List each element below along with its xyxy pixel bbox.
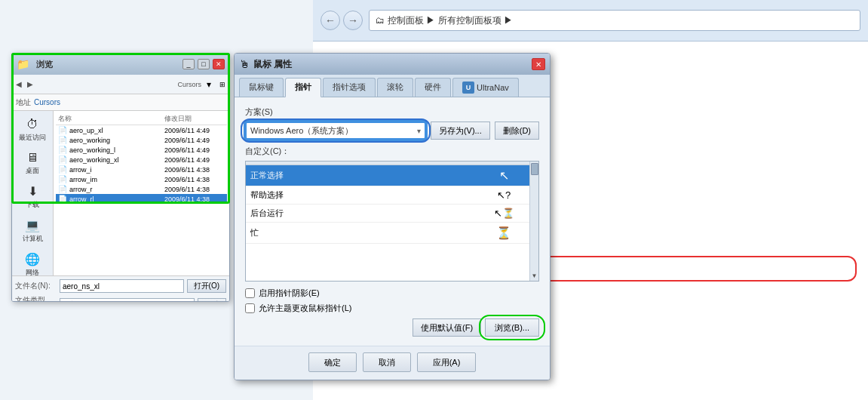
- cursor-row[interactable]: 正常选择 ↖: [246, 165, 538, 186]
- cursor-name-background: 后台运行: [250, 208, 474, 219]
- scrollbar-down-arrow[interactable]: ▼: [532, 272, 538, 279]
- tab-ultranav-label: UltraNav: [477, 83, 509, 92]
- fe-file-list: 名称 修改日期 📄aero_up_xl 2009/6/11 4:49 📄aero…: [54, 111, 229, 275]
- fe-cancel-btn[interactable]: 取消: [198, 298, 226, 303]
- shadow-label: 启用指针阴影(E): [259, 288, 320, 299]
- scheme-dropdown-wrapper: Windows Aero（系统方案） ▾: [245, 122, 426, 140]
- shadow-checkbox[interactable]: [245, 288, 255, 298]
- fe-dropdown-btn[interactable]: ▾: [207, 79, 211, 90]
- fe-address-path: Cursors: [34, 98, 60, 106]
- fe-table-header: 名称 修改日期: [56, 113, 227, 125]
- dialog-close-btn[interactable]: ✕: [532, 58, 545, 70]
- fe-sidebar-downloads[interactable]: ⬇ 下载: [15, 180, 50, 212]
- fe-filetype-row: 文件类型(T): 取消: [15, 295, 226, 302]
- list-scrollbar[interactable]: ▼: [529, 162, 538, 281]
- fe-filetype-label: 文件类型(T):: [15, 295, 57, 302]
- dialog-apply-btn[interactable]: 应用(A): [417, 352, 477, 372]
- theme-checkbox-row: 允许主题更改鼠标指针(L): [245, 303, 539, 314]
- fe-forward-btn[interactable]: ▶: [27, 80, 33, 88]
- fe-view-btn[interactable]: ⊞: [219, 81, 225, 88]
- scheme-section-label: 方案(S): [245, 106, 539, 118]
- fe-maximize-btn[interactable]: □: [198, 59, 210, 69]
- browse-btn[interactable]: 浏览(B)...: [485, 318, 539, 337]
- fe-address-bar: 地址 Cursors: [12, 94, 229, 111]
- tab-wheel[interactable]: 滚轮: [377, 78, 413, 97]
- theme-label: 允许主题更改鼠标指针(L): [259, 303, 351, 314]
- bottom-left-buttons: 使用默认值(F) 浏览(B)...: [413, 318, 539, 337]
- customize-label: 自定义(C)：: [245, 146, 539, 157]
- theme-checkbox[interactable]: [245, 303, 255, 313]
- cursor-icon-background: ↖⏳: [474, 208, 534, 219]
- use-default-btn[interactable]: 使用默认值(F): [413, 318, 481, 337]
- fe-toolbar: ◀ ▶ Cursors ▾ ⊞: [12, 75, 229, 94]
- bottom-buttons-area: 使用默认值(F) 浏览(B)...: [245, 318, 539, 337]
- cp-back-btn[interactable]: ←: [321, 11, 340, 30]
- scheme-row: Windows Aero（系统方案） ▾ 另存为(V)... 删除(D): [245, 122, 539, 140]
- fe-address-label: 地址: [16, 97, 31, 108]
- tab-mouse-buttons[interactable]: 鼠标键: [239, 78, 284, 97]
- cursor-name-normal: 正常选择: [250, 170, 474, 181]
- table-row[interactable]: 📄aero_up_xl 2009/6/11 4:49: [56, 125, 227, 135]
- fe-sidebar: ⏱ 最近访问 🖥 桌面 ⬇ 下载 💻 计算机 🌐 网络: [12, 111, 54, 275]
- table-row[interactable]: 📄arrow_rl 2009/6/11 4:38: [56, 194, 227, 204]
- fe-filename-row: 文件名(N): 打开(O): [15, 279, 226, 293]
- cursor-row[interactable]: 忙 ⏳: [246, 223, 538, 244]
- fe-open-btn[interactable]: 打开(O): [187, 279, 226, 293]
- fe-sidebar-network[interactable]: 🌐 网络: [15, 248, 50, 280]
- fe-sidebar-desktop[interactable]: 🖥 桌面: [15, 147, 50, 178]
- dialog-titlebar: 🖱 鼠标 属性 ✕: [235, 54, 550, 75]
- browse-btn-wrapper: 浏览(B)...: [485, 318, 539, 337]
- table-row[interactable]: 📄arrow_r 2009/6/11 4:38: [56, 184, 227, 194]
- cp-address-icon: 🗂: [376, 15, 385, 26]
- cursor-icon-help: ↖?: [474, 189, 534, 201]
- cp-address-bar: 🗂 控制面板 ▶ 所有控制面板项 ▶: [369, 10, 860, 31]
- scheme-arrow-icon: ▾: [417, 127, 421, 135]
- cursor-icon-busy: ⏳: [474, 226, 534, 240]
- shadow-checkbox-row: 启用指针阴影(E): [245, 288, 539, 299]
- cursor-name-busy: 忙: [250, 227, 474, 238]
- fe-minimize-btn[interactable]: _: [182, 59, 195, 69]
- dialog-action-buttons: 确定 取消 应用(A): [235, 346, 550, 380]
- col-name: 名称: [58, 114, 164, 124]
- cursor-name-help: 帮助选择: [250, 189, 474, 201]
- dialog-mouse-icon: 🖱: [239, 58, 250, 70]
- tab-pointers[interactable]: 指针: [285, 78, 321, 97]
- fe-content-area: ⏱ 最近访问 🖥 桌面 ⬇ 下载 💻 计算机 🌐 网络 名称: [12, 111, 229, 275]
- cursor-icon-normal: ↖: [474, 168, 534, 183]
- fe-titlebar: 📁 浏览 _ □ ✕: [12, 54, 229, 75]
- tab-hardware[interactable]: 硬件: [415, 78, 451, 97]
- scheme-dropdown[interactable]: Windows Aero（系统方案） ▾: [245, 122, 426, 140]
- cp-forward-btn[interactable]: →: [343, 11, 363, 30]
- fe-close-btn[interactable]: ✕: [213, 59, 225, 69]
- table-row[interactable]: 📄aero_working_xl 2009/6/11 4:49: [56, 155, 227, 165]
- cursor-row[interactable]: 后台运行 ↖⏳: [246, 205, 538, 223]
- fe-back-btn[interactable]: ◀: [16, 80, 22, 88]
- mouse-properties-dialog: 🖱 鼠标 属性 ✕ 鼠标键 指针 指针选项 滚轮 硬件 U UltraNav 方…: [234, 53, 551, 380]
- cursor-row[interactable]: 帮助选择 ↖?: [246, 186, 538, 205]
- dialog-ok-btn[interactable]: 确定: [308, 352, 357, 372]
- fe-title-icon: 📁: [17, 58, 29, 70]
- table-row[interactable]: 📄aero_working_l 2009/6/11 4:49: [56, 145, 227, 155]
- fe-sidebar-recent[interactable]: ⏱ 最近访问: [15, 114, 50, 145]
- fe-filename-input[interactable]: [60, 279, 184, 293]
- fe-title-text: 浏览: [36, 59, 179, 70]
- fe-filetype-input[interactable]: [60, 298, 195, 303]
- scheme-save-btn[interactable]: 另存为(V)...: [431, 122, 490, 140]
- ultranav-icon: U: [462, 82, 474, 94]
- dialog-title: 鼠标 属性: [253, 58, 532, 71]
- dialog-body: 方案(S) Windows Aero（系统方案） ▾ 另存为(V)... 删除(…: [235, 97, 550, 346]
- table-row[interactable]: 📄aero_working 2009/6/11 4:49: [56, 135, 227, 145]
- fe-path-display: Cursors: [177, 81, 201, 88]
- cursor-list: 正常选择 ↖ 帮助选择 ↖? 后台运行 ↖⏳ 忙 ⏳ ▼: [245, 161, 539, 282]
- tab-pointer-options[interactable]: 指针选项: [323, 78, 376, 97]
- file-explorer-window: 📁 浏览 _ □ ✕ ◀ ▶ Cursors ▾ ⊞ 地址 Cursors ⏱ …: [11, 53, 230, 302]
- table-row[interactable]: 📄arrow_im 2009/6/11 4:38: [56, 174, 227, 184]
- dialog-cancel-btn[interactable]: 取消: [363, 352, 411, 372]
- scheme-value: Windows Aero（系统方案）: [250, 125, 353, 137]
- fe-filename-label: 文件名(N):: [15, 281, 57, 291]
- tab-ultranav[interactable]: U UltraNav: [452, 78, 519, 97]
- fe-sidebar-computer[interactable]: 💻 计算机: [15, 214, 50, 246]
- scheme-delete-btn[interactable]: 删除(D): [495, 122, 539, 140]
- col-date: 修改日期: [164, 114, 225, 124]
- table-row[interactable]: 📄arrow_i 2009/6/11 4:38: [56, 165, 227, 174]
